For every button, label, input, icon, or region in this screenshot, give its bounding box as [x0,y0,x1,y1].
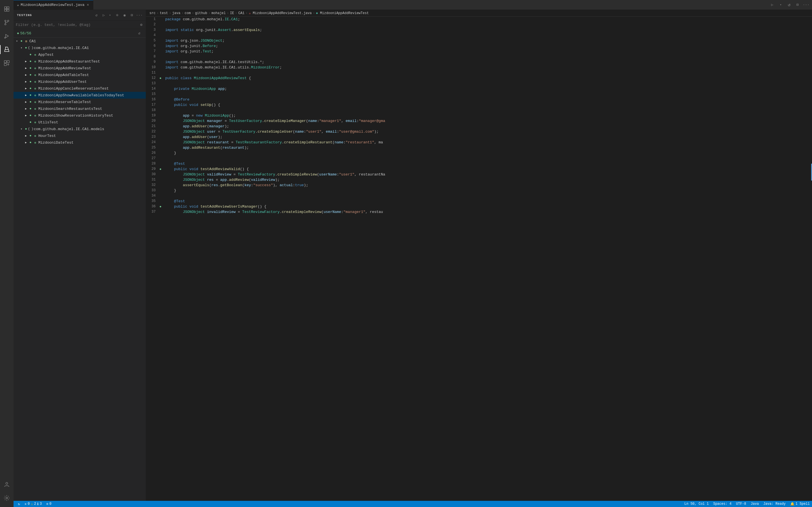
run-all-dropdown[interactable]: ▾ [107,12,113,18]
tree-item-reservetable[interactable]: ▶ ● ⊛ MizdooniReserveTableTest [13,99,146,105]
class-test-icon: ⊛ [33,140,38,145]
refresh-stats-button[interactable]: ↺ [136,30,142,36]
extensions-activity-item[interactable] [0,56,13,70]
tree-item-label: com.github.mohajel.IE.CA1 [34,46,145,50]
breadcrumb-com[interactable]: com [185,11,191,15]
tree-item-datetest[interactable]: ▶ ● ⊛ MizdooniDateTest [13,139,146,146]
debug-tests-button[interactable]: ⊙ [114,12,120,18]
gutter-4 [158,33,163,38]
run-all-button[interactable]: ▷ [101,12,107,18]
code-container[interactable]: 1 2 3 4 5 6 7 8 9 10 11 12 13 14 15 16 1 [146,17,812,507]
run-dropdown-button[interactable]: ▾ [777,1,784,8]
class-test-icon: ⊛ [33,66,38,70]
line-num-11: 11 [149,70,156,75]
breadcrumb-mohajel[interactable]: mohajel [211,11,225,15]
code-line-21: app.addUser(manager); [165,124,810,129]
code-line-17: public void setUp() { [165,102,810,108]
tree-item-showhistory[interactable]: ▶ ● ⊛ MizdooniShowReservationHistoryTest [13,112,146,119]
tree-item-addtable[interactable]: ▶ ● ⊛ MizdooniAppAddTableTest [13,71,146,78]
settings-activity-item[interactable] [0,491,13,505]
gutter-22 [158,129,163,134]
line-num-33: 33 [149,188,156,193]
breadcrumb-ca1[interactable]: CA1 [238,11,245,15]
encoding-item[interactable]: UTF-8 [734,501,749,507]
tree-item-showtables[interactable]: ▶ ● ⊛ MizdooniAppShowAvailableTablesToda… [13,92,146,99]
tree-item-addreview[interactable]: ▶ ● ⊛ MizdooniAppAddReviewTest [13,65,146,71]
gutter-pass-36[interactable]: ● [158,204,163,209]
tree-item-pkg2[interactable]: ▾ ● { } com.github.mohajel.IE.CA1.models [13,126,146,132]
explorer-activity-item[interactable] [0,2,13,16]
breadcrumb-github[interactable]: github [195,11,207,15]
panel-more-button[interactable]: ··· [136,12,142,18]
chevron-icon: ▶ [24,79,28,84]
sync-item[interactable]: ↻ [16,501,22,507]
source-control-activity-item[interactable] [0,16,13,29]
breadcrumb-java[interactable]: java [172,11,181,15]
tree-item-addrestaurant[interactable]: ▶ ● ⊛ MizdooniAppAddRestaurantTest [13,58,146,65]
code-line-20: JSONObject manager = TestUserFactory.cre… [165,118,810,124]
code-line-15 [165,92,810,97]
coverage-button[interactable]: ◉ [121,12,128,18]
split-editor-button[interactable]: ⊟ [794,1,801,8]
more-actions-button[interactable]: ··· [802,1,810,8]
code-line-13 [165,81,810,86]
tree-item-ca1[interactable]: ▾ ● ⊞ CA1 [13,38,146,45]
gutter-20 [158,118,163,124]
svg-rect-12 [4,63,6,66]
gutter-19 [158,113,163,118]
line-num-32: 32 [149,182,156,188]
class-test-icon: ⊛ [33,79,38,84]
tree-item-pkg1[interactable]: ▾ ● { } com.github.mohajel.IE.CA1 [13,45,146,51]
line-num-37: 37 [149,209,156,215]
errors-item[interactable]: ✕ 0 ⚠ 2 ℹ 3 [22,501,44,507]
code-line-3: import static org.junit.Assert.assertEqu… [165,27,810,33]
pass-status-icon: ● [24,46,28,50]
notifications-item[interactable]: 🔔 1 Spell [788,501,812,507]
run-tests-button[interactable]: ▷ [769,1,776,8]
gutter-pass-29[interactable]: ● [158,166,163,172]
java-status-item[interactable]: Java: Ready [761,501,788,507]
gutter-34 [158,193,163,199]
tree-item-utilstest[interactable]: ▶ ● ⊛ UtilsTest [13,119,146,126]
class-test-icon: ⊛ [33,52,38,57]
breadcrumb-ie[interactable]: IE [230,11,234,15]
tree-item-label: MizdooniAppAddUserTest [38,80,145,84]
tree-item-searchrestaurants[interactable]: ▶ ● ⊛ MizdooniSearchRestaurantsTest [13,105,146,112]
code-editor[interactable]: package com.github.mohajel.IE.CA1; impor… [163,17,812,507]
position-item[interactable]: Ln 50, Col 1 [682,501,711,507]
tree-item-label: MizdooniAppAddTableTest [38,73,145,77]
gutter-pass-12[interactable]: ● [158,75,163,81]
svg-marker-8 [6,34,8,38]
breadcrumb-class[interactable]: ◈ MizdooniAppAddReviewTest [316,11,369,15]
testing-panel: TESTING ↺ ▷ ▾ ⊙ ◉ ⊟ ··· ⚙ ● [13,10,146,507]
gutter-7 [158,49,163,54]
language-item[interactable]: Java [749,501,761,507]
spaces-item[interactable]: Spaces: 4 [711,501,734,507]
tab-close-button[interactable]: × [86,2,89,8]
tree-item-adduser[interactable]: ▶ ● ⊛ MizdooniAppAddUserTest [13,78,146,85]
tree-item-apptest[interactable]: ▶ ● ⊛ AppTest [13,51,146,58]
pass-status-icon: ● [28,66,33,70]
breadcrumb-src[interactable]: src [149,11,156,15]
filter-input[interactable] [16,23,138,27]
rerun-button[interactable]: ↺ [785,1,793,8]
filter-bar: ⚙ [13,21,146,29]
tree-item-hourtest[interactable]: ▶ ● ⊛ HourTest [13,132,146,139]
breadcrumb-test[interactable]: test [160,11,168,15]
tree-item-cancelreservation[interactable]: ▶ ● ⊛ MizdooniAppCancleReservationTest [13,85,146,92]
refresh-tests-button[interactable]: ↺ [93,12,100,18]
main-tab[interactable]: ☕ MizdooniAppAddReviewTest.java × [13,0,93,10]
test-tree[interactable]: ▾ ● ⊞ CA1 ▾ ● { } com.github.mohajel.IE.… [13,38,146,507]
line-num-21: 21 [149,124,156,129]
problems-item[interactable]: ⊙ 0 [44,501,54,507]
collapse-all-button[interactable]: ⊟ [129,12,135,18]
testing-activity-item[interactable] [0,43,13,56]
language-label: Java [751,502,759,506]
chevron-icon: ▶ [24,100,28,104]
breadcrumb-file[interactable]: ☕ MizdooniAppAddReviewTest.java [249,11,312,15]
run-debug-activity-item[interactable] [0,29,13,43]
accounts-activity-item[interactable] [0,478,13,491]
gutter-9 [158,59,163,65]
filter-options-icon[interactable]: ⚙ [139,22,144,27]
line-num-2: 2 [149,22,156,27]
